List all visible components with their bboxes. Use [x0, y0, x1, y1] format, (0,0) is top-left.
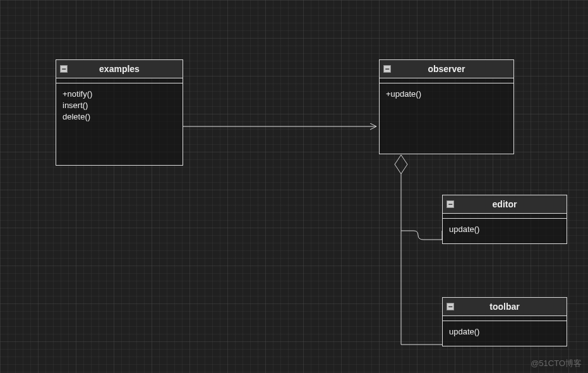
class-editor-attrs: [443, 214, 567, 219]
class-editor-title: − editor: [443, 195, 567, 214]
aggregation-diamond-icon: [395, 155, 407, 174]
method: +update(): [386, 89, 507, 100]
class-toolbar-title: − toolbar: [443, 298, 567, 316]
class-examples[interactable]: − examples +notify() insert() delete(): [56, 59, 183, 166]
title-text: examples: [99, 64, 140, 74]
collapse-icon[interactable]: −: [383, 65, 391, 73]
collapse-icon[interactable]: −: [60, 65, 68, 73]
class-examples-attrs: [56, 78, 183, 83]
collapse-icon[interactable]: −: [447, 200, 454, 208]
class-toolbar-attrs: [443, 316, 567, 321]
method: update(): [449, 326, 560, 338]
class-toolbar[interactable]: − toolbar update(): [442, 297, 567, 346]
class-examples-title: − examples: [56, 60, 183, 78]
class-editor-methods: update(): [443, 219, 567, 243]
class-examples-methods: +notify() insert() delete(): [56, 83, 183, 165]
agg-trunk: [401, 174, 442, 345]
method: +notify(): [63, 89, 176, 100]
class-editor[interactable]: − editor update(): [442, 195, 567, 244]
class-toolbar-methods: update(): [443, 321, 567, 346]
collapse-icon[interactable]: −: [447, 303, 454, 310]
class-observer[interactable]: − observer +update(): [379, 59, 514, 154]
method: delete(): [63, 111, 176, 123]
title-text: toolbar: [489, 302, 519, 312]
watermark: @51CTO博客: [531, 358, 582, 369]
agg-to-editor: [401, 231, 442, 240]
class-observer-attrs: [380, 78, 513, 83]
method: insert(): [63, 100, 176, 111]
method: update(): [449, 224, 560, 235]
class-observer-title: − observer: [380, 60, 513, 78]
title-text: editor: [493, 199, 517, 209]
class-observer-methods: +update(): [380, 83, 513, 154]
title-text: observer: [428, 64, 465, 74]
